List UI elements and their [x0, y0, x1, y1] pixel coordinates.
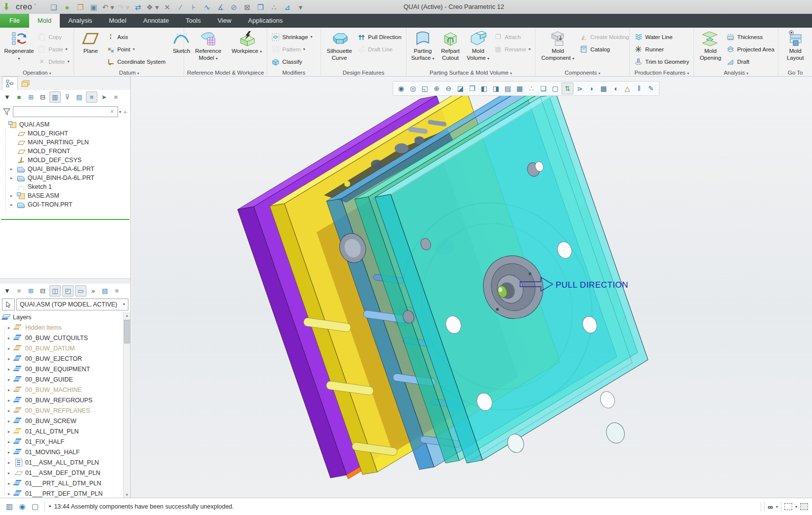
folder-browser-tab[interactable] — [18, 77, 34, 90]
tree-collapse-icon[interactable]: ▼ — [2, 92, 12, 102]
layer-row[interactable]: ▸ 01_ALL_DTM_PLN — [0, 426, 123, 436]
zoom-out-icon[interactable]: ⊖ — [443, 83, 454, 94]
group-label-analysis[interactable]: Analysis▾ — [694, 70, 778, 76]
component-drag-icon[interactable]: ⋗ — [574, 83, 585, 94]
scroll-up-icon[interactable]: ▲ — [123, 312, 130, 319]
scroll-down-icon[interactable]: ▼ — [123, 491, 130, 498]
silhouette-curve-button[interactable]: Silhouette Curve — [324, 29, 355, 62]
expander-icon[interactable]: ▸ — [10, 167, 17, 172]
model-tree-tab[interactable] — [2, 77, 18, 90]
layer-row[interactable]: ▸ 01__ASM_DEF_DTM_PLN — [0, 468, 123, 478]
point-button[interactable]: Point ▾ — [104, 43, 167, 55]
model-tree-toggle-icon[interactable]: ▥ — [4, 501, 15, 512]
expander-icon[interactable]: ▸ — [8, 419, 14, 424]
layer-row[interactable]: ▸ 01_FIX_HALF — [0, 436, 123, 447]
display-style-icon[interactable]: ❒ — [467, 83, 478, 94]
tree-row[interactable]: ▸ BASE.ASM — [0, 191, 130, 200]
collapse-all-icon[interactable]: ⊟ — [38, 92, 48, 102]
layer-items-icon[interactable]: ◰ — [62, 285, 74, 297]
water-line-button[interactable]: Water Line — [632, 31, 691, 43]
appearance-icon[interactable]: ◗ — [586, 83, 597, 94]
layers-expand-all-icon[interactable]: ⊞ — [26, 286, 36, 296]
save-icon[interactable]: ▣ — [89, 2, 99, 12]
display-window-icon[interactable]: ▩ — [598, 83, 609, 94]
find-dropdown-icon[interactable]: ▾ — [776, 505, 778, 509]
expander-icon[interactable]: ▸ — [8, 450, 14, 455]
group-label-operation[interactable]: Operation▾ — [0, 70, 74, 76]
annotation-display-icon[interactable]: ❏ — [538, 83, 549, 94]
new-window-icon[interactable]: ▢ — [30, 501, 41, 512]
customize-toolbar-icon[interactable]: ▾ — [295, 2, 305, 12]
zoom-in-icon[interactable]: ⊕ — [431, 83, 442, 94]
dimension-icon[interactable]: ⊦ — [189, 2, 199, 12]
Tools[interactable]: Tools — [177, 14, 209, 28]
layer-row[interactable]: ▸ 01___PRT_ALL_DTM_PLN — [0, 478, 123, 488]
layers-collapse-icon[interactable]: ▼ — [2, 286, 12, 296]
fit-view-icon[interactable]: ⊠ — [242, 2, 252, 12]
layer-row[interactable]: ▸ 00_BUW_DATUM — [0, 343, 123, 353]
view-normal-icon[interactable]: ◨ — [490, 83, 501, 94]
graphics-area[interactable]: PULL DIRECTION ◉◎◱⊕⊖◪❒◧◨▤▦∴❏▢⇅⋗◗▩◖△‖✎ — [131, 77, 812, 498]
expander-icon[interactable]: ▸ — [8, 325, 14, 330]
layers-root[interactable]: Layers — [0, 312, 123, 322]
undo-icon[interactable]: ↶ ▾ — [102, 2, 114, 12]
new-file-icon[interactable]: ❏ — [49, 2, 59, 12]
File[interactable]: File — [0, 14, 29, 28]
regenerate-list-icon[interactable]: ⇄ — [133, 2, 143, 12]
Annotate[interactable]: Annotate — [135, 14, 177, 28]
reference-model-button[interactable]: Reference Model ▾ — [187, 29, 229, 62]
csys-display-icon[interactable]: ∴ — [269, 2, 279, 12]
layer-row[interactable]: ▸ 00_BUW_REFGROUPS — [0, 395, 123, 405]
measure-icon[interactable]: ∕ — [175, 2, 185, 12]
scrollbar-thumb[interactable] — [124, 320, 130, 343]
layer-row[interactable]: ▸ 00_BUW_GUIDE — [0, 374, 123, 385]
material-sphere-icon[interactable]: ● — [62, 2, 72, 12]
mold-layout-button[interactable]: Mold Layout — [781, 29, 810, 62]
layer-row[interactable]: ▸ 01__ASM_ALL_DTM_PLN — [0, 457, 123, 468]
expander-icon[interactable]: ▸ — [8, 429, 14, 434]
workpiece-button[interactable]: Workpiece ▾ — [230, 29, 264, 55]
settings-list-icon[interactable]: ≡ — [111, 92, 121, 102]
expand-all-icon[interactable]: ⊞ — [26, 92, 36, 102]
box-3d-icon[interactable]: ❒ — [255, 2, 265, 12]
tree-row[interactable]: ▸ QUAI_BINH-DA-6L.PRT — [0, 173, 130, 182]
tree-row[interactable]: ▸ QUAI.ASM — [0, 120, 130, 129]
layer-row[interactable]: ▸ 00_BUW_EJECTOR — [0, 353, 123, 364]
expander-icon[interactable]: ▸ — [8, 491, 14, 496]
layer-row[interactable]: ▸ Hidden Items — [0, 322, 123, 333]
tree-row[interactable]: ▸ QUAI_BINH-DA-6L.PRT — [0, 165, 130, 173]
layer-info-icon[interactable]: ▤ — [100, 286, 110, 296]
tree-filters-icon[interactable]: ⊽ — [62, 92, 73, 102]
expander-icon[interactable]: ▸ — [10, 202, 17, 207]
layers-collapse-all-icon[interactable]: ⊟ — [38, 286, 48, 296]
selection-dropdown-icon[interactable]: ▾ — [795, 505, 797, 509]
angle-measure-icon[interactable]: ∡ — [215, 2, 225, 12]
mold-volume-button[interactable]: Mold Volume ▾ — [464, 29, 492, 62]
catalog-button[interactable]: Catalog — [577, 43, 631, 55]
thickness-button[interactable]: Thickness — [724, 31, 776, 43]
parting-surface-button[interactable]: Parting Surface ▾ — [409, 29, 437, 62]
analysis-graph-icon[interactable]: ⊿ — [282, 2, 292, 12]
expander-icon[interactable]: ▸ — [8, 336, 14, 341]
capture-image-icon[interactable]: ▦ — [514, 83, 525, 94]
expander-icon[interactable]: ▸ — [8, 481, 14, 486]
tree-row[interactable]: ▸ GOI-TRON.PRT — [0, 200, 130, 209]
layer-row[interactable]: ▸ 00_BUW_SCREW — [0, 416, 123, 426]
layer-row[interactable]: ▸ 01___PRT_DEF_DTM_PLN — [0, 488, 123, 498]
filter-add-icon[interactable]: + — [123, 108, 127, 116]
selection-filter-icon[interactable] — [800, 503, 808, 510]
spin-center-icon[interactable]: ▢ — [550, 83, 561, 94]
mold-component-button[interactable]: Mold Component ▾ — [538, 29, 577, 62]
expander-icon[interactable]: ▸ — [8, 471, 14, 475]
pause-icon[interactable]: ‖ — [634, 83, 645, 94]
simulation-warning-icon[interactable]: △ — [622, 83, 633, 94]
pull-direction-button[interactable]: Pull Direction — [355, 31, 404, 43]
layer-row[interactable]: ▸ 00_BUW_REFPLANES — [0, 405, 123, 416]
plane-button[interactable]: Plane — [77, 29, 104, 55]
layer-settings-icon[interactable]: ≡ — [112, 286, 122, 296]
selection-box-icon[interactable] — [784, 503, 792, 510]
tree-filter-input[interactable] — [13, 106, 118, 117]
selector-dropdown-icon[interactable]: ▾ — [123, 302, 125, 306]
coordinate-system-button[interactable]: Coordinate System — [104, 55, 167, 68]
render-scene-icon[interactable]: ◖ — [610, 83, 621, 94]
